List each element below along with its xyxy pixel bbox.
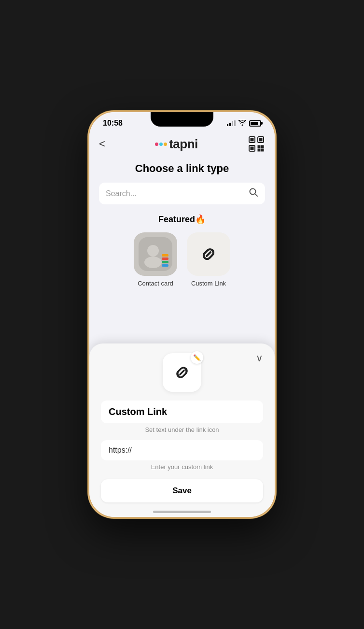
home-indicator — [153, 511, 211, 513]
svg-line-11 — [255, 194, 257, 196]
back-button[interactable]: < — [99, 138, 105, 150]
svg-point-13 — [147, 245, 159, 257]
featured-item-custom-link[interactable]: Custom Link — [187, 232, 230, 287]
search-icon — [249, 187, 258, 200]
custom-link-label: Custom Link — [191, 280, 226, 287]
edit-icon-badge[interactable]: ✏️ — [191, 351, 203, 364]
svg-rect-5 — [251, 147, 253, 150]
svg-rect-16 — [162, 261, 168, 263]
svg-rect-6 — [258, 145, 260, 148]
battery-icon — [249, 120, 261, 127]
logo: tapni — [155, 137, 198, 152]
url-input-hint: Enter your custom link — [101, 463, 263, 471]
contact-card-label: Contact card — [138, 280, 173, 287]
status-icons — [227, 120, 261, 127]
signal-icon — [227, 120, 236, 126]
contact-card-icon-box — [134, 232, 177, 276]
logo-text: tapni — [169, 137, 198, 152]
status-time: 10:58 — [103, 119, 123, 128]
notch — [151, 112, 213, 127]
featured-label: Featured🔥 — [89, 212, 275, 232]
sheet-icon-area: ✏️ — [101, 353, 263, 392]
svg-rect-18 — [162, 254, 168, 257]
custom-link-icon-box — [187, 232, 230, 276]
wifi-icon — [238, 120, 246, 127]
nav-bar: < tapni — [89, 131, 275, 158]
svg-rect-1 — [251, 138, 253, 141]
sheet-subtitle: Set text under the link icon — [101, 426, 263, 433]
featured-grid: Contact card Custom Link — [89, 232, 275, 297]
svg-rect-15 — [162, 257, 168, 260]
phone-screen: 10:58 < — [89, 112, 275, 517]
svg-rect-3 — [259, 138, 262, 141]
save-button[interactable]: Save — [101, 479, 263, 502]
svg-rect-8 — [258, 149, 260, 151]
featured-item-contact-card[interactable]: Contact card — [134, 232, 177, 287]
svg-point-14 — [144, 257, 162, 268]
phone-frame: 10:58 < — [88, 111, 276, 518]
svg-rect-17 — [162, 264, 168, 267]
search-placeholder: Search... — [106, 189, 137, 198]
link-title-input[interactable] — [101, 400, 263, 423]
page-title: Choose a link type — [89, 158, 275, 183]
url-input[interactable] — [101, 440, 263, 460]
svg-rect-7 — [261, 145, 264, 148]
bottom-sheet: ∨ ✏️ Set text under the link icon — [89, 343, 275, 517]
qr-code-button[interactable] — [248, 135, 265, 153]
sheet-link-icon-box: ✏️ — [163, 353, 201, 392]
svg-rect-9 — [261, 149, 264, 151]
search-bar[interactable]: Search... — [99, 183, 265, 204]
